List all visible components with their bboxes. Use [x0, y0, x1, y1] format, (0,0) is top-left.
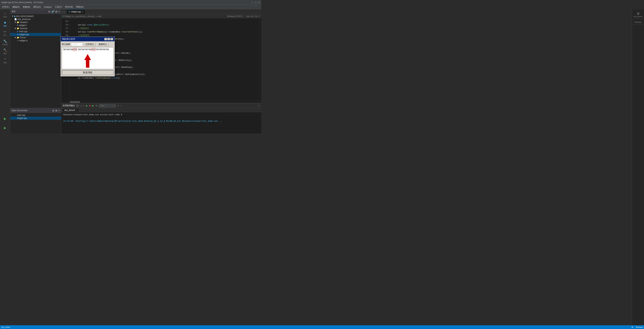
dialog-close-btn[interactable]: × — [110, 38, 113, 40]
dialog-highlight-2: 456 — [91, 48, 95, 51]
red-arrow-svg — [83, 54, 92, 68]
tree-expand-sources: ▼ — [14, 27, 16, 29]
minimize-btn[interactable]: − — [252, 1, 253, 4]
tree-item-sources[interactable]: ▼ 📁 Sources — [10, 27, 61, 30]
close-btn[interactable]: × — [258, 1, 260, 4]
menu-analyze[interactable]: Analyze — [42, 5, 53, 8]
menu-build[interactable]: 构建(B) — [22, 5, 32, 9]
sidebar-item-build-run[interactable]: ▶ — [1, 124, 9, 132]
sidebar-item-run[interactable]: ▶ — [1, 114, 9, 123]
dialog-search-btn[interactable]: 搜索串口 — [97, 42, 109, 46]
output-play-icon[interactable]: ▶ — [86, 104, 88, 107]
welcome-icon: ⌂ — [4, 12, 6, 15]
menu-controls[interactable]: 控件(W) — [64, 5, 74, 9]
dialog-port-combo[interactable]: COM7 ▼ — [71, 43, 83, 46]
tree-icon-widget-cpp: C — [17, 33, 18, 35]
tree-icon-forms: 📁 — [17, 36, 19, 39]
output-tab-label: test_dome2 — [64, 109, 75, 111]
output-line-1: Release\release\test_dome.exe exited wit… — [63, 113, 259, 116]
sidebar-item-welcome[interactable]: ⌂ 欢迎 — [1, 10, 9, 19]
project-split-icon[interactable]: ⊞ — [55, 10, 57, 13]
output-tab-close[interactable]: × — [76, 109, 77, 111]
dialog-send-btn[interactable]: 发送消息 — [62, 70, 114, 75]
dialog-text-area[interactable]: 789789789456 789789789789456789789789789 — [62, 47, 114, 69]
dialog-minimize-btn[interactable]: − — [104, 38, 107, 40]
serial-dialog: 我的串口软件 − □ × 串口选择 COM7 ▼ 打开串口 搜索串口 — [60, 36, 115, 76]
open-docs-split-icon[interactable]: ⊞ — [55, 109, 57, 112]
tree-icon-root: ◆ — [14, 15, 16, 17]
output-filter-input[interactable] — [99, 104, 116, 107]
output-link-icon[interactable]: ⛓ — [76, 104, 78, 107]
tab-back-icon[interactable]: ◁ — [62, 10, 64, 13]
dialog-maximize-btn[interactable]: □ — [107, 38, 110, 40]
tab-icon-widget-cpp: C — [69, 11, 70, 13]
tab-widget-cpp[interactable]: C widget.cpp × — [67, 9, 86, 14]
output-next-icon[interactable]: ▷ — [83, 104, 85, 107]
scrollbar-right[interactable] — [259, 18, 261, 101]
title-text: widget.cpp @ test_dome [master] - Qt Cre… — [1, 1, 252, 3]
icon-sidebar: ⌂ 欢迎 ■ 编辑 ✏ 设计 🔧 Debug 🔨 项目 ? 帮助 ▶ ▶ — [0, 9, 10, 133]
output-remove-icon[interactable]: − — [120, 104, 122, 107]
output-content: Release\release\test_dome.exe exited wit… — [61, 112, 261, 133]
open-doc-widget-cpp-label: widget.cpp — [17, 117, 27, 119]
sidebar-item-edit[interactable]: ■ 编辑 — [1, 20, 9, 28]
menu-debug[interactable]: 调试(D) — [32, 5, 42, 9]
menu-tools[interactable]: 工具(T) — [54, 5, 64, 9]
tab-bar: ◁ ▷ C widget.cpp × — [61, 9, 261, 14]
project-close-icon[interactable]: × — [58, 10, 60, 13]
tree-item-headers[interactable]: ▼ 📁 Headers — [10, 21, 61, 24]
dialog-open-btn[interactable]: 打开串口 — [84, 42, 96, 46]
open-docs-list: main.cpp widget.cpp — [10, 113, 61, 133]
tab-close-widget-cpp[interactable]: × — [82, 10, 83, 13]
open-doc-widget-cpp[interactable]: widget.cpp — [10, 117, 61, 120]
tree-item-forms[interactable]: ▼ 📁 Forms — [10, 36, 61, 39]
tree-label-widget-h: widget.h — [19, 24, 27, 26]
project-tree: ▼ ◆ test_dome [master] 📄 test_dome.pro ▼… — [10, 14, 61, 108]
dialog-text-content: 789789789456 789789789789456789789789789 — [62, 48, 113, 51]
scrollbar-bottom[interactable] — [61, 101, 261, 103]
tab-forward-icon[interactable]: ▷ — [64, 10, 66, 13]
dialog-port-label: 串口选择 — [62, 43, 70, 46]
sidebar-item-debug[interactable]: 🔧 Debug — [1, 38, 9, 46]
output-line-3: 14:15:09: Starting C:\Users\Admin\Deskto… — [63, 120, 259, 123]
open-docs-close-icon[interactable]: × — [58, 109, 60, 112]
project-link-icon[interactable]: 🔗 — [52, 10, 54, 13]
dialog-port-value: COM7 — [72, 43, 78, 45]
help-icon: ? — [4, 58, 6, 61]
tree-item-widget-cpp[interactable]: C widget.cpp — [10, 33, 61, 36]
tree-item-main-cpp[interactable]: C main.cpp — [10, 30, 61, 33]
open-docs-panel: Open Documents ⊟ ⊞ × main.cpp widget.cpp — [10, 108, 61, 133]
project-icon: 🔨 — [3, 48, 7, 52]
sidebar-item-design[interactable]: ✏ 设计 — [1, 29, 9, 37]
svg-marker-0 — [84, 54, 91, 68]
project-filter-icon[interactable]: ⊟ — [48, 10, 50, 13]
tree-item-widget-h[interactable]: C widget.h — [10, 24, 61, 27]
sidebar-item-project[interactable]: 🔨 项目 — [1, 47, 9, 56]
project-panel: 项目 ⊟ 🔗 ⊞ × ▼ ◆ test_dome [master] — [10, 9, 61, 108]
sidebar-item-help[interactable]: ? 帮助 — [1, 56, 9, 65]
menu-help[interactable]: 帮助(H) — [75, 5, 85, 9]
main-layout: ⌂ 欢迎 ■ 编辑 ✏ 设计 🔧 Debug 🔨 项目 ? 帮助 ▶ ▶ — [0, 9, 261, 133]
breadcrumb-icon: C — [62, 15, 64, 17]
design-icon: ✏ — [4, 30, 6, 34]
output-add-icon[interactable]: + — [117, 104, 119, 107]
tree-item-pro[interactable]: 📄 test_dome.pro — [10, 18, 61, 21]
open-doc-main-cpp[interactable]: main.cpp — [10, 114, 61, 117]
output-panel: 应用程序输出 ⛓ ◁ ▷ ▶ ■ ▶| ⚙ + − ∧ test_dome2 × — [61, 103, 261, 133]
output-run-icon[interactable]: ▶| — [92, 104, 94, 107]
output-collapse-icon[interactable]: ∧ — [258, 104, 260, 107]
tree-icon-sources: 📁 — [17, 27, 19, 29]
output-stop-icon[interactable]: ■ — [89, 104, 90, 107]
menu-file[interactable]: 文件(F) — [1, 5, 11, 9]
output-settings-icon[interactable]: ⚙ — [96, 104, 98, 107]
output-tab-test-dome2[interactable]: test_dome2 × — [62, 109, 78, 112]
open-docs-filter-icon[interactable]: ⊟ — [52, 109, 54, 112]
menu-edit[interactable]: 编辑(E) — [11, 5, 21, 9]
breadcrumb-mode: Windows (CRLF) — [227, 15, 243, 17]
tree-item-widget-ui[interactable]: ✏ widget.ui — [10, 39, 61, 42]
maximize-btn[interactable]: □ — [255, 1, 256, 4]
tree-item-root[interactable]: ▼ ◆ test_dome [master] — [10, 15, 61, 18]
output-prev-icon[interactable]: ◁ — [80, 104, 82, 107]
debug-icon: 🔧 — [3, 39, 7, 43]
open-doc-main-cpp-label: main.cpp — [17, 114, 25, 116]
